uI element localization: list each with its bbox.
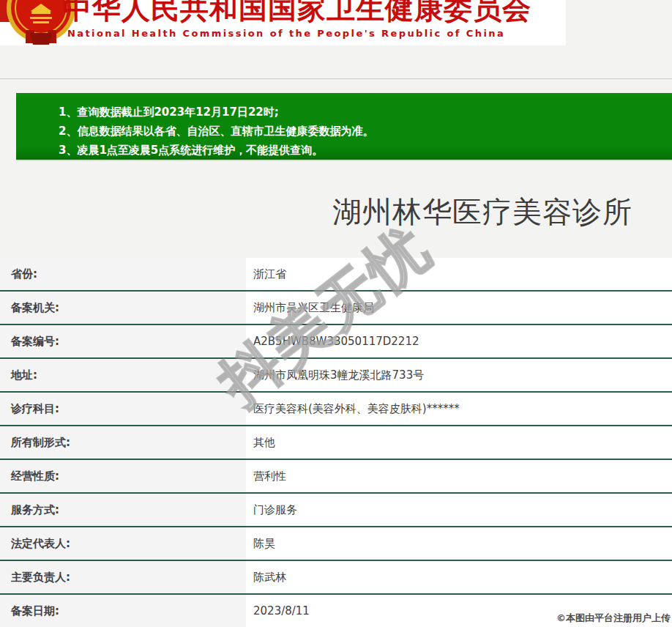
table-row: 主要负责人: 陈武林 bbox=[0, 561, 672, 595]
row-value: 浙江省 bbox=[246, 258, 672, 290]
table-row: 经营性质: 营利性 bbox=[0, 460, 672, 494]
record-table: 省份: 浙江省 备案机关: 湖州市吴兴区卫生健康局 备案编号: A2B5HWB8… bbox=[0, 258, 672, 627]
site-header: 中华人民共和国国家卫生健康委员会 National Health Commiss… bbox=[0, 0, 566, 45]
row-label: 诊疗科目: bbox=[0, 393, 246, 425]
notice-line: 3、凌晨1点至凌晨5点系统进行维护，不能提供查询。 bbox=[59, 141, 672, 160]
table-row: 所有制形式: 其他 bbox=[0, 426, 672, 460]
row-label: 地址: bbox=[0, 359, 246, 391]
footer-watermark: ©本图由平台注册用户上传 bbox=[556, 612, 671, 625]
page: 中华人民共和国国家卫生健康委员会 National Health Commiss… bbox=[0, 0, 672, 627]
table-row: 备案编号: A2B5HWB8W33050117D2212 bbox=[0, 325, 672, 359]
table-row: 备案机关: 湖州市吴兴区卫生健康局 bbox=[0, 292, 672, 325]
row-value: A2B5HWB8W33050117D2212 bbox=[246, 325, 672, 357]
row-label: 省份: bbox=[0, 258, 246, 290]
row-value: 湖州市吴兴区卫生健康局 bbox=[246, 292, 672, 324]
clinic-name: 湖州林华医疗美容诊所 bbox=[293, 192, 672, 232]
row-label: 所有制形式: bbox=[0, 426, 246, 459]
notice-line: 1、查询数据截止到2023年12月17日22时; bbox=[59, 103, 672, 122]
site-title-cn: 中华人民共和国国家卫生健康委员会 bbox=[63, 0, 531, 25]
table-row: 服务方式: 门诊服务 bbox=[0, 494, 672, 527]
row-value: 营利性 bbox=[246, 460, 672, 492]
row-value: 门诊服务 bbox=[246, 494, 672, 526]
row-label: 法定代表人: bbox=[0, 527, 246, 560]
header-divider bbox=[0, 78, 672, 79]
table-row: 地址: 湖州市凤凰明珠3幢龙溪北路733号 bbox=[0, 359, 672, 393]
row-value: 陈武林 bbox=[246, 561, 672, 593]
row-value: 其他 bbox=[246, 426, 672, 459]
row-label: 备案日期: bbox=[0, 595, 246, 627]
row-value: 医疗美容科(美容外科、美容皮肤科)****** bbox=[246, 393, 672, 425]
row-label: 备案编号: bbox=[0, 325, 246, 357]
row-label: 服务方式: bbox=[0, 494, 246, 526]
notice-box: 1、查询数据截止到2023年12月17日22时; 2、信息数据结果以各省、自治区… bbox=[16, 93, 672, 160]
row-value: 湖州市凤凰明珠3幢龙溪北路733号 bbox=[246, 359, 672, 391]
row-value: 陈昊 bbox=[246, 527, 672, 560]
row-label: 备案机关: bbox=[0, 292, 246, 324]
site-title-en: National Health Commission of the People… bbox=[67, 28, 505, 39]
row-label: 主要负责人: bbox=[0, 561, 246, 593]
notice-line: 2、信息数据结果以各省、自治区、直辖市卫生健康委数据为准。 bbox=[59, 122, 672, 141]
table-row: 法定代表人: 陈昊 bbox=[0, 527, 672, 561]
table-row: 省份: 浙江省 bbox=[0, 258, 672, 292]
row-label: 经营性质: bbox=[0, 460, 246, 492]
table-row: 诊疗科目: 医疗美容科(美容外科、美容皮肤科)****** bbox=[0, 393, 672, 426]
